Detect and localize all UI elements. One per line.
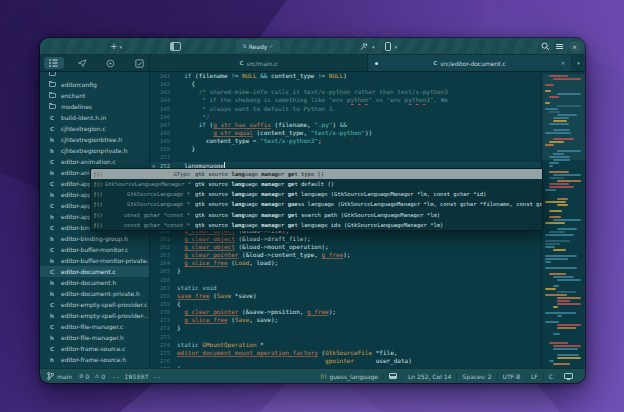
code-line[interactable]: 273 — [150, 333, 541, 341]
file-row[interactable]: heditor-document-private.h — [40, 288, 149, 299]
file-row[interactable]: Cbuild-ident.h.in — [40, 112, 149, 123]
chevron-down-icon[interactable]: ▾ — [395, 44, 398, 50]
symbols-tab[interactable] — [73, 57, 93, 69]
file-row[interactable]: heditor-document.h — [40, 277, 149, 288]
chevron-down-icon[interactable]: ▾ — [372, 44, 375, 50]
tab-src-editor-document-c[interactable]: Csrc/editor-document.c✕ — [368, 55, 572, 71]
file-row[interactable]: enchant — [40, 90, 149, 101]
file-row[interactable]: Ceditor-document.c — [40, 266, 149, 277]
build-hammer-icon[interactable] — [360, 43, 368, 51]
search-icon[interactable] — [541, 42, 550, 51]
code-line[interactable]: 275editor_document_mount_operation_facto… — [150, 349, 541, 357]
omnibar-status-button[interactable]: ⇅ Ready ✓ — [236, 40, 280, 52]
code-line[interactable]: 264 g_slice_free (Load, load); — [150, 259, 541, 267]
pages-dropdown-button[interactable]: ▾ — [572, 55, 585, 71]
panel-toggle-button[interactable] — [170, 42, 181, 51]
code-line[interactable]: 265} — [150, 267, 541, 275]
file-row[interactable]: Ceditor-animation.c — [40, 156, 149, 167]
indentation: Spaces: 2 — [462, 373, 491, 380]
completion-row[interactable]: ƒ()const gchar *const *gtk_source_langua… — [91, 220, 542, 230]
file-row[interactable]: heditor-file-manager.h — [40, 332, 149, 343]
file-row[interactable]: Ceditor-file-manager.c — [40, 321, 149, 332]
code-line[interactable]: 271 g_slice_free (Save, save); — [150, 316, 541, 324]
display-button[interactable] — [558, 373, 578, 379]
code-line[interactable]: 269{ — [150, 300, 541, 308]
completion-row[interactable]: ƒ()const gchar *const *gtk_source_langua… — [91, 210, 542, 220]
code-line[interactable]: 268save_free (Save *save) — [150, 292, 541, 300]
token: { — [177, 80, 195, 87]
code-line[interactable]: 251 — [150, 153, 541, 161]
code-line[interactable]: 267static void — [150, 284, 541, 292]
file-row[interactable] — [40, 72, 149, 79]
code-line[interactable]: 248 g_str_equal (content_type, "text/x-p… — [150, 129, 541, 137]
minimap-scrollbar[interactable] — [541, 72, 585, 368]
branch-button[interactable]: main — [47, 372, 72, 380]
run-device-icon[interactable] — [385, 42, 391, 51]
file-row[interactable]: Ceditor-empty-spell-provider.c — [40, 299, 149, 310]
code-line[interactable]: 277{ — [150, 365, 541, 368]
minimap-line — [549, 123, 569, 125]
menu-icon[interactable] — [556, 44, 563, 49]
file-row[interactable]: hcjhtextregionbtree.h — [40, 134, 149, 145]
line-ending-button[interactable]: LF — [525, 373, 543, 380]
file-row[interactable]: heditor-buffer-monitor-private.h — [40, 255, 149, 266]
match-highlight: lang — [231, 222, 244, 228]
code-line[interactable]: 262 g_clear_object (&load->mount_operati… — [150, 243, 541, 251]
code-line[interactable]: 263 g_clear_pointer (&load->content_type… — [150, 251, 541, 259]
tab-src-main-c[interactable]: Csrc/main.c — [150, 55, 368, 71]
code-line[interactable]: 272} — [150, 324, 541, 332]
code-text: g_clear_object (&load->draft_file); — [174, 235, 541, 243]
history-tab[interactable] — [101, 57, 121, 69]
code-line[interactable]: 242 { — [150, 80, 541, 88]
code-text: gpointer user_data) — [174, 357, 541, 365]
file-row[interactable]: Ccjhtextregion.c — [40, 123, 149, 134]
code-line[interactable]: 241 if (filename != NULL && content_type… — [150, 72, 541, 80]
bottom-panel-button[interactable] — [383, 373, 402, 379]
diagnostics-button[interactable]: ⊘ 0 ⚠ 0 — [79, 373, 105, 380]
code-line[interactable]: 270 g_clear_pointer (&save->position, g_… — [150, 308, 541, 316]
code-line[interactable]: 250 } — [150, 145, 541, 153]
code-line[interactable]: 246 */ — [150, 113, 541, 121]
encoding-button[interactable]: UTF-8 — [497, 373, 526, 380]
chevron-down-icon: ▾ — [120, 44, 123, 50]
file-row[interactable]: Ceditor-frame-source.c — [40, 343, 149, 354]
token: g_clear_pointer — [184, 308, 238, 315]
code-line[interactable]: 245 * always want to default to Python 3… — [150, 105, 541, 113]
file-row[interactable]: modelines — [40, 101, 149, 112]
completion-row[interactable]: ƒ()GtkSourceLanguage *gtk_source_languag… — [91, 199, 542, 209]
tab-close-icon[interactable]: ✕ — [561, 60, 565, 66]
token: python — [329, 88, 351, 95]
code-line[interactable]: 249 content_type = "text/x-python3"; — [150, 137, 541, 145]
file-row[interactable]: hcjhtextregionprivate.h — [40, 145, 149, 156]
language-button[interactable]: C — [543, 373, 558, 380]
match-highlight: ge — [288, 212, 295, 218]
code-line[interactable]: 276 gpointer user_data) — [150, 357, 541, 365]
c-file-icon: C — [48, 302, 56, 308]
cursor-position-button[interactable]: Ln 252, Col 14 — [402, 373, 456, 380]
file-name: editor-buffer-monitor-private.h — [61, 257, 150, 264]
minimap-line — [553, 333, 560, 335]
project-tree-tab[interactable] — [44, 57, 64, 69]
file-row[interactable]: Ceditor-buffer-monitor.c — [40, 244, 149, 255]
file-row[interactable]: heditor-frame-source.h — [40, 354, 149, 365]
code-line[interactable]: 274static GMountOperation * — [150, 341, 541, 349]
code-line[interactable]: 244 * if the shebang is something like "… — [150, 96, 541, 104]
new-document-button[interactable]: + ▾ — [110, 38, 122, 55]
file-row[interactable]: heditor-empty-spell-provider-... — [40, 310, 149, 321]
file-row[interactable]: heditor-binding-group.h — [40, 233, 149, 244]
code-line[interactable]: 266 — [150, 276, 541, 284]
completion-row[interactable]: ƒ()GtkSourceLanguageManager *gtk_source_… — [91, 179, 542, 189]
file-row[interactable]: editorconfig — [40, 79, 149, 90]
minimap-line — [549, 171, 569, 173]
build-targets-tab[interactable] — [130, 57, 150, 69]
completion-row[interactable]: ƒ()GTypegtk_source_language_manager_get_… — [91, 169, 542, 179]
close-button[interactable]: ✕ — [569, 41, 580, 52]
completion-row[interactable]: ƒ()GtkSourceLanguage *gtk_source_languag… — [91, 189, 542, 199]
vim-mode-indicator: -- INSERT -- — [112, 373, 161, 380]
code-line[interactable]: 261 g_clear_object (&load->draft_file); — [150, 235, 541, 243]
code-line[interactable]: 247 if (g_str_has_suffix (filename, ".py… — [150, 121, 541, 129]
match-highlight: lang — [231, 201, 244, 207]
code-line[interactable]: 243 /* shared-mime-info calls it text/x-… — [150, 88, 541, 96]
current-symbol-button[interactable]: ƒ() guess_language — [316, 373, 383, 380]
indentation-button[interactable]: Spaces: 2 — [456, 373, 496, 380]
